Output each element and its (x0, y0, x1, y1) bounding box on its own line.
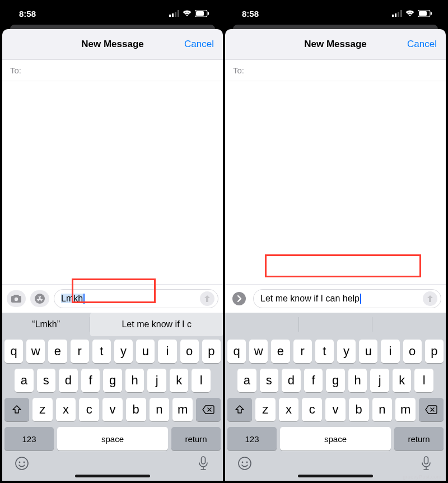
key-p[interactable]: p (202, 340, 221, 363)
key-g[interactable]: g (326, 369, 345, 392)
shift-icon (12, 405, 22, 415)
key-w[interactable]: w (249, 340, 268, 363)
key-q[interactable]: q (227, 340, 246, 363)
key-v[interactable]: v (325, 398, 346, 421)
shift-key[interactable] (4, 398, 29, 421)
emoji-button[interactable] (13, 455, 30, 472)
key-row-3: z x c v b n m (227, 398, 444, 421)
home-indicator[interactable] (298, 475, 373, 477)
key-y[interactable]: y (114, 340, 133, 363)
key-n[interactable]: n (372, 398, 393, 421)
space-key[interactable]: space (57, 427, 168, 451)
page-title: New Message (304, 39, 367, 50)
prediction-slot-2[interactable] (299, 313, 372, 336)
key-f[interactable]: f (81, 369, 100, 392)
key-t[interactable]: t (92, 340, 111, 363)
dictation-button[interactable] (418, 455, 435, 472)
key-l[interactable]: l (192, 369, 211, 392)
wifi-icon (405, 10, 414, 17)
key-w[interactable]: w (26, 340, 45, 363)
key-v[interactable]: v (102, 398, 123, 421)
key-s[interactable]: s (260, 369, 279, 392)
to-field[interactable]: To: (2, 59, 223, 81)
key-c[interactable]: c (302, 398, 322, 421)
cancel-button[interactable]: Cancel (184, 29, 214, 59)
prediction-slot-3[interactable] (372, 313, 446, 336)
message-input[interactable]: Let me know if I can help (253, 289, 441, 308)
key-i[interactable]: i (381, 340, 399, 363)
key-h[interactable]: h (125, 369, 144, 392)
key-r[interactable]: r (71, 340, 89, 363)
key-a[interactable]: a (15, 369, 34, 392)
expand-button[interactable] (230, 290, 249, 307)
delete-key[interactable] (196, 398, 221, 421)
to-label: To: (10, 66, 21, 75)
status-bar: 8:58 (2, 2, 223, 25)
svg-rect-0 (169, 15, 171, 17)
phone-right: 8:58 New Message Cancel To: Let me know … (225, 2, 446, 481)
cancel-button[interactable]: Cancel (407, 29, 437, 59)
key-p[interactable]: p (425, 340, 444, 363)
key-f[interactable]: f (304, 369, 323, 392)
key-a[interactable]: a (237, 369, 256, 392)
numbers-key[interactable]: 123 (227, 427, 277, 451)
home-indicator[interactable] (75, 475, 150, 477)
svg-rect-19 (431, 12, 432, 15)
space-key[interactable]: space (280, 427, 391, 451)
camera-button[interactable] (7, 290, 26, 307)
key-h[interactable]: h (348, 369, 367, 392)
key-k[interactable]: k (170, 369, 189, 392)
key-n[interactable]: n (150, 398, 170, 421)
key-b[interactable]: b (126, 398, 146, 421)
key-r[interactable]: r (293, 340, 312, 363)
key-c[interactable]: c (79, 398, 99, 421)
predictive-bar: “Lmkh” Let me know if I c (2, 313, 223, 336)
key-m[interactable]: m (395, 398, 416, 421)
svg-rect-20 (232, 292, 246, 305)
key-s[interactable]: s (37, 369, 56, 392)
key-j[interactable]: j (147, 369, 166, 392)
key-u[interactable]: u (136, 340, 155, 363)
shift-key[interactable] (227, 398, 252, 421)
key-z[interactable]: z (32, 398, 53, 421)
return-key[interactable]: return (394, 427, 444, 451)
key-o[interactable]: o (180, 340, 199, 363)
key-d[interactable]: d (282, 369, 301, 392)
key-row-1: q w e r t y u i o p (4, 340, 221, 363)
message-text: Let me know if I can help (260, 294, 419, 304)
key-d[interactable]: d (59, 369, 78, 392)
key-e[interactable]: e (271, 340, 290, 363)
return-key[interactable]: return (171, 427, 221, 451)
compose-sheet: New Message Cancel To: Let me know if I … (225, 29, 446, 481)
dictation-button[interactable] (195, 455, 212, 472)
key-x[interactable]: x (56, 398, 76, 421)
nav-bar: New Message Cancel (2, 29, 223, 59)
key-g[interactable]: g (103, 369, 122, 392)
key-y[interactable]: y (337, 340, 356, 363)
send-button[interactable] (200, 291, 214, 306)
key-x[interactable]: x (279, 398, 299, 421)
key-m[interactable]: m (172, 398, 193, 421)
key-l[interactable]: l (414, 369, 433, 392)
key-b[interactable]: b (349, 398, 369, 421)
prediction-asis[interactable]: “Lmkh” (2, 313, 90, 336)
prediction-slot-1[interactable] (225, 313, 298, 336)
key-t[interactable]: t (315, 340, 334, 363)
apps-button[interactable] (30, 290, 49, 307)
prediction-suggestion[interactable]: Let me know if I c (90, 313, 223, 336)
key-k[interactable]: k (393, 369, 412, 392)
emoji-button[interactable] (236, 455, 253, 472)
key-j[interactable]: j (370, 369, 389, 392)
delete-key[interactable] (419, 398, 444, 421)
key-z[interactable]: z (255, 398, 276, 421)
key-i[interactable]: i (158, 340, 176, 363)
key-o[interactable]: o (403, 340, 422, 363)
key-u[interactable]: u (359, 340, 377, 363)
message-input[interactable]: Lmkh (54, 289, 218, 308)
numbers-key[interactable]: 123 (4, 427, 54, 451)
send-button[interactable] (423, 291, 437, 306)
key-e[interactable]: e (48, 340, 67, 363)
key-q[interactable]: q (4, 340, 23, 363)
svg-point-7 (15, 298, 18, 301)
to-field[interactable]: To: (225, 59, 446, 81)
